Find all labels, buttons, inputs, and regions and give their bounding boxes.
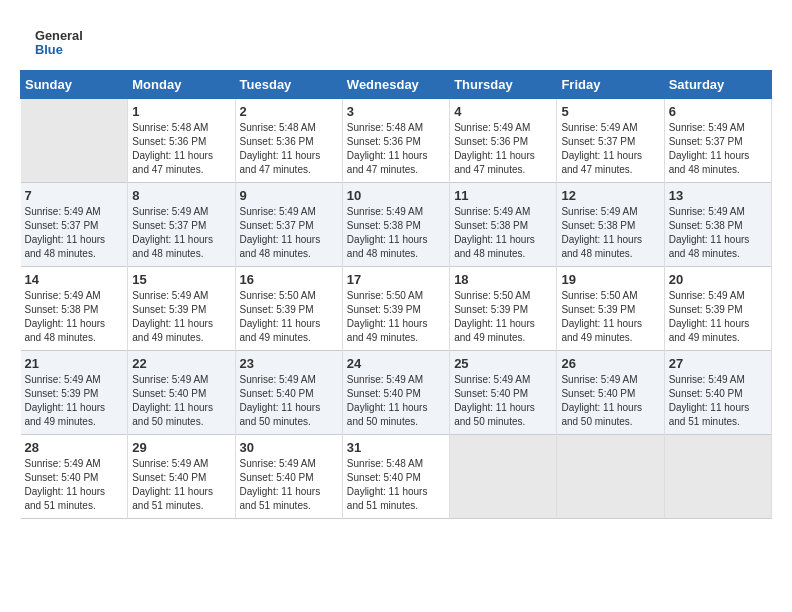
day-info: Sunrise: 5:49 AM Sunset: 5:38 PM Dayligh… (454, 205, 552, 261)
calendar-cell: 29Sunrise: 5:49 AM Sunset: 5:40 PM Dayli… (128, 435, 235, 519)
day-number: 14 (25, 272, 124, 287)
day-info: Sunrise: 5:48 AM Sunset: 5:36 PM Dayligh… (132, 121, 230, 177)
day-number: 20 (669, 272, 767, 287)
day-number: 5 (561, 104, 659, 119)
header-friday: Friday (557, 71, 664, 99)
logo: GeneralBlue (20, 25, 87, 60)
day-info: Sunrise: 5:49 AM Sunset: 5:38 PM Dayligh… (669, 205, 767, 261)
calendar-cell: 27Sunrise: 5:49 AM Sunset: 5:40 PM Dayli… (664, 351, 771, 435)
calendar-cell (450, 435, 557, 519)
day-number: 21 (25, 356, 124, 371)
day-info: Sunrise: 5:50 AM Sunset: 5:39 PM Dayligh… (347, 289, 445, 345)
logo-icon: GeneralBlue (20, 25, 85, 60)
calendar-cell: 4Sunrise: 5:49 AM Sunset: 5:36 PM Daylig… (450, 99, 557, 183)
day-number: 18 (454, 272, 552, 287)
day-info: Sunrise: 5:49 AM Sunset: 5:40 PM Dayligh… (132, 457, 230, 513)
calendar-cell: 16Sunrise: 5:50 AM Sunset: 5:39 PM Dayli… (235, 267, 342, 351)
day-info: Sunrise: 5:48 AM Sunset: 5:36 PM Dayligh… (347, 121, 445, 177)
day-number: 24 (347, 356, 445, 371)
day-info: Sunrise: 5:49 AM Sunset: 5:39 PM Dayligh… (669, 289, 767, 345)
calendar-cell: 31Sunrise: 5:48 AM Sunset: 5:40 PM Dayli… (342, 435, 449, 519)
calendar-cell: 23Sunrise: 5:49 AM Sunset: 5:40 PM Dayli… (235, 351, 342, 435)
week-row: 7Sunrise: 5:49 AM Sunset: 5:37 PM Daylig… (21, 183, 772, 267)
header-tuesday: Tuesday (235, 71, 342, 99)
day-info: Sunrise: 5:49 AM Sunset: 5:39 PM Dayligh… (25, 373, 124, 429)
calendar-cell: 1Sunrise: 5:48 AM Sunset: 5:36 PM Daylig… (128, 99, 235, 183)
day-info: Sunrise: 5:49 AM Sunset: 5:40 PM Dayligh… (454, 373, 552, 429)
day-number: 30 (240, 440, 338, 455)
svg-text:Blue: Blue (35, 42, 63, 57)
day-number: 29 (132, 440, 230, 455)
calendar-cell: 10Sunrise: 5:49 AM Sunset: 5:38 PM Dayli… (342, 183, 449, 267)
header-sunday: Sunday (21, 71, 128, 99)
calendar-cell: 5Sunrise: 5:49 AM Sunset: 5:37 PM Daylig… (557, 99, 664, 183)
calendar-cell: 21Sunrise: 5:49 AM Sunset: 5:39 PM Dayli… (21, 351, 128, 435)
calendar-cell: 24Sunrise: 5:49 AM Sunset: 5:40 PM Dayli… (342, 351, 449, 435)
day-number: 31 (347, 440, 445, 455)
day-number: 12 (561, 188, 659, 203)
day-info: Sunrise: 5:49 AM Sunset: 5:39 PM Dayligh… (132, 289, 230, 345)
calendar-cell: 17Sunrise: 5:50 AM Sunset: 5:39 PM Dayli… (342, 267, 449, 351)
day-info: Sunrise: 5:49 AM Sunset: 5:37 PM Dayligh… (561, 121, 659, 177)
day-info: Sunrise: 5:49 AM Sunset: 5:36 PM Dayligh… (454, 121, 552, 177)
calendar-cell (557, 435, 664, 519)
calendar-cell: 14Sunrise: 5:49 AM Sunset: 5:38 PM Dayli… (21, 267, 128, 351)
day-info: Sunrise: 5:48 AM Sunset: 5:40 PM Dayligh… (347, 457, 445, 513)
calendar-cell: 9Sunrise: 5:49 AM Sunset: 5:37 PM Daylig… (235, 183, 342, 267)
day-number: 17 (347, 272, 445, 287)
page-header: GeneralBlue (20, 20, 772, 60)
day-number: 23 (240, 356, 338, 371)
calendar-cell: 13Sunrise: 5:49 AM Sunset: 5:38 PM Dayli… (664, 183, 771, 267)
week-row: 14Sunrise: 5:49 AM Sunset: 5:38 PM Dayli… (21, 267, 772, 351)
day-number: 7 (25, 188, 124, 203)
week-row: 1Sunrise: 5:48 AM Sunset: 5:36 PM Daylig… (21, 99, 772, 183)
day-info: Sunrise: 5:49 AM Sunset: 5:38 PM Dayligh… (347, 205, 445, 261)
day-info: Sunrise: 5:49 AM Sunset: 5:40 PM Dayligh… (240, 373, 338, 429)
calendar-cell: 15Sunrise: 5:49 AM Sunset: 5:39 PM Dayli… (128, 267, 235, 351)
day-info: Sunrise: 5:49 AM Sunset: 5:37 PM Dayligh… (669, 121, 767, 177)
calendar-cell: 18Sunrise: 5:50 AM Sunset: 5:39 PM Dayli… (450, 267, 557, 351)
day-number: 28 (25, 440, 124, 455)
day-info: Sunrise: 5:49 AM Sunset: 5:40 PM Dayligh… (347, 373, 445, 429)
calendar-cell (664, 435, 771, 519)
calendar-cell: 12Sunrise: 5:49 AM Sunset: 5:38 PM Dayli… (557, 183, 664, 267)
day-number: 25 (454, 356, 552, 371)
day-info: Sunrise: 5:49 AM Sunset: 5:37 PM Dayligh… (132, 205, 230, 261)
calendar-cell: 2Sunrise: 5:48 AM Sunset: 5:36 PM Daylig… (235, 99, 342, 183)
calendar-cell: 19Sunrise: 5:50 AM Sunset: 5:39 PM Dayli… (557, 267, 664, 351)
day-number: 2 (240, 104, 338, 119)
header-monday: Monday (128, 71, 235, 99)
calendar-cell: 7Sunrise: 5:49 AM Sunset: 5:37 PM Daylig… (21, 183, 128, 267)
header-row: Sunday Monday Tuesday Wednesday Thursday… (21, 71, 772, 99)
day-info: Sunrise: 5:49 AM Sunset: 5:40 PM Dayligh… (132, 373, 230, 429)
day-number: 26 (561, 356, 659, 371)
day-info: Sunrise: 5:49 AM Sunset: 5:38 PM Dayligh… (25, 289, 124, 345)
day-info: Sunrise: 5:49 AM Sunset: 5:40 PM Dayligh… (669, 373, 767, 429)
day-info: Sunrise: 5:48 AM Sunset: 5:36 PM Dayligh… (240, 121, 338, 177)
calendar-cell: 28Sunrise: 5:49 AM Sunset: 5:40 PM Dayli… (21, 435, 128, 519)
day-number: 9 (240, 188, 338, 203)
day-number: 22 (132, 356, 230, 371)
week-row: 21Sunrise: 5:49 AM Sunset: 5:39 PM Dayli… (21, 351, 772, 435)
calendar-cell: 26Sunrise: 5:49 AM Sunset: 5:40 PM Dayli… (557, 351, 664, 435)
header-wednesday: Wednesday (342, 71, 449, 99)
day-info: Sunrise: 5:49 AM Sunset: 5:37 PM Dayligh… (25, 205, 124, 261)
day-info: Sunrise: 5:49 AM Sunset: 5:40 PM Dayligh… (561, 373, 659, 429)
day-number: 3 (347, 104, 445, 119)
header-saturday: Saturday (664, 71, 771, 99)
day-info: Sunrise: 5:49 AM Sunset: 5:40 PM Dayligh… (25, 457, 124, 513)
day-info: Sunrise: 5:50 AM Sunset: 5:39 PM Dayligh… (561, 289, 659, 345)
calendar-cell: 6Sunrise: 5:49 AM Sunset: 5:37 PM Daylig… (664, 99, 771, 183)
week-row: 28Sunrise: 5:49 AM Sunset: 5:40 PM Dayli… (21, 435, 772, 519)
day-number: 10 (347, 188, 445, 203)
day-number: 6 (669, 104, 767, 119)
day-number: 15 (132, 272, 230, 287)
calendar-cell: 25Sunrise: 5:49 AM Sunset: 5:40 PM Dayli… (450, 351, 557, 435)
day-number: 4 (454, 104, 552, 119)
calendar-cell: 30Sunrise: 5:49 AM Sunset: 5:40 PM Dayli… (235, 435, 342, 519)
day-info: Sunrise: 5:49 AM Sunset: 5:38 PM Dayligh… (561, 205, 659, 261)
day-info: Sunrise: 5:49 AM Sunset: 5:37 PM Dayligh… (240, 205, 338, 261)
calendar-cell (21, 99, 128, 183)
day-number: 8 (132, 188, 230, 203)
day-number: 19 (561, 272, 659, 287)
